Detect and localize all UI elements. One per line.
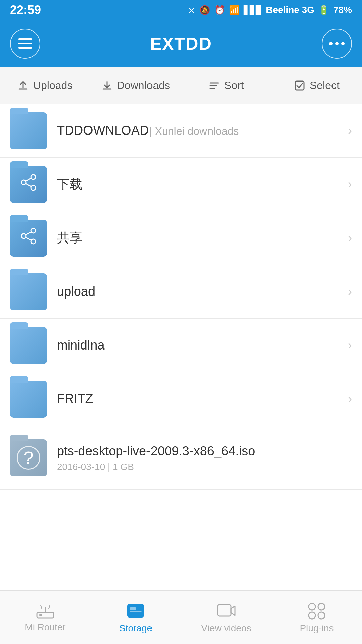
svg-point-12 [31,185,36,190]
svg-rect-1 [18,43,32,44]
svg-point-29 [309,603,315,610]
file-info: FRITZ [57,392,341,406]
select-button[interactable]: Select [272,67,362,104]
download-icon [102,80,112,91]
svg-point-30 [318,603,325,610]
file-name: pts-desktop-live-2009.3-x86_64.iso [57,444,255,458]
share-symbol [20,227,37,249]
folder-icon [10,273,47,310]
svg-point-32 [318,612,325,619]
list-item[interactable]: FRITZ › [0,372,362,426]
list-item[interactable]: 共享 › [0,211,362,265]
select-label: Select [310,79,340,92]
toolbar: Uploads Downloads Sort Select [0,67,362,104]
chevron-right-icon: › [348,231,352,245]
chevron-right-icon: › [348,338,352,353]
nav-plug-ins[interactable]: Plug-ins [272,591,362,644]
select-icon [294,80,305,91]
sort-icon [209,80,220,91]
file-info: pts-desktop-live-2009.3-x86_64.iso 2016-… [57,443,352,472]
share-symbol [20,174,37,195]
uploads-label: Uploads [33,79,72,92]
downloads-label: Downloads [117,79,170,92]
uploads-button[interactable]: Uploads [0,67,90,104]
svg-line-23 [41,605,42,609]
menu-button[interactable] [10,29,40,59]
carrier-label: Beeline 3G [266,5,314,15]
page-title: EXTDD [150,34,212,54]
unknown-file-icon: ? [10,439,47,476]
status-bar: 22:59 ⨯ 🔕 ⏰ 📶 ▋▊▉ Beeline 3G 🔋 78% [0,0,362,20]
svg-rect-0 [18,38,32,40]
file-name: minidlna [57,338,105,352]
svg-point-15 [31,228,36,233]
mute-icon: 🔕 [199,5,210,15]
question-icon: ? [17,446,40,470]
chevron-right-icon: › [348,392,352,406]
menu-icon [18,38,33,50]
svg-point-31 [309,612,315,619]
svg-line-19 [26,237,31,240]
signal-icon: ▋▊▉ [244,5,262,15]
file-name: 下载 [57,177,82,191]
view-videos-icon [216,601,236,620]
file-info: 下载 [57,176,341,193]
upload-icon [18,80,28,91]
nav-view-videos[interactable]: View videos [181,591,272,644]
app-bar: EXTDD [0,20,362,67]
battery-level: 78% [333,5,352,15]
downloads-button[interactable]: Downloads [90,67,181,104]
nav-mi-router-label: Mi Router [25,622,65,633]
chevron-right-icon: › [348,124,352,138]
svg-line-13 [26,178,31,181]
sort-button[interactable]: Sort [181,67,272,104]
svg-rect-25 [127,604,144,618]
nav-mi-router[interactable]: Mi Router [0,591,90,644]
nav-storage-label: Storage [119,623,152,634]
bottom-nav: Mi Router Storage View videos Plug-ins [0,590,362,644]
more-button[interactable] [322,29,352,59]
svg-point-4 [335,42,339,45]
nav-storage[interactable]: Storage [90,591,181,644]
status-time: 22:59 [10,3,41,17]
chevron-right-icon: › [348,177,352,192]
file-list: TDDOWNLOAD| Xunlei downloads › [0,104,362,490]
svg-point-16 [21,234,26,238]
file-subtitle: 2016-03-10 | 1 GB [57,462,352,472]
svg-rect-28 [218,605,231,616]
sort-label: Sort [224,79,244,92]
svg-rect-2 [18,47,32,49]
file-name: upload [57,284,95,299]
folder-icon [10,112,47,149]
wifi-icon: 📶 [229,5,240,15]
svg-line-24 [49,605,50,609]
list-item[interactable]: upload › [0,265,362,319]
more-icon [328,41,345,46]
folder-icon [10,381,47,418]
svg-point-21 [39,614,42,616]
storage-icon [126,601,146,620]
status-icons: ⨯ 🔕 ⏰ 📶 ▋▊▉ Beeline 3G 🔋 78% [188,5,352,16]
file-info: 共享 [57,229,341,247]
file-list-container: TDDOWNLOAD| Xunlei downloads › [0,104,362,590]
battery-icon: 🔋 [318,5,329,15]
list-item[interactable]: TDDOWNLOAD| Xunlei downloads › [0,104,362,158]
svg-line-18 [26,232,31,235]
list-item[interactable]: minidlna › [0,319,362,372]
list-item[interactable]: ? pts-desktop-live-2009.3-x86_64.iso 201… [0,426,362,490]
nav-plug-ins-label: Plug-ins [300,623,334,634]
svg-point-3 [329,42,333,45]
svg-point-17 [31,239,36,244]
file-name: TDDOWNLOAD| Xunlei downloads [57,123,239,138]
folder-share-icon [10,220,47,257]
svg-point-5 [341,42,345,45]
file-name: 共享 [57,231,82,245]
svg-rect-26 [130,607,136,610]
file-info: minidlna [57,338,341,353]
mi-router-icon [35,602,55,619]
svg-point-10 [31,175,36,179]
list-item[interactable]: 下载 › [0,158,362,211]
file-info: upload [57,284,341,299]
nav-view-videos-label: View videos [201,623,251,634]
alarm-icon: ⏰ [214,5,225,15]
